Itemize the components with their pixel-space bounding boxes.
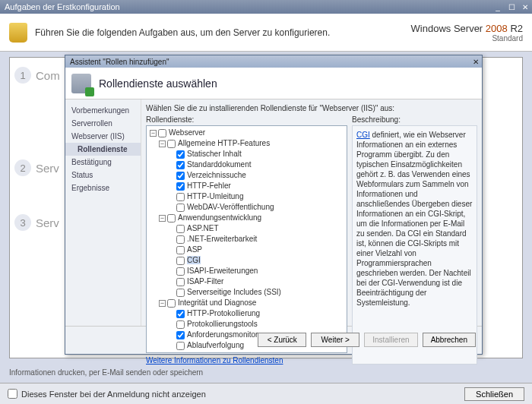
role-service-checkbox[interactable]: [167, 140, 176, 148]
role-service-checkbox[interactable]: [176, 172, 185, 180]
desc-body: definiert, wie ein Webserver Information…: [356, 131, 472, 307]
task1-label: Com: [36, 69, 60, 82]
role-service-checkbox[interactable]: [176, 289, 185, 297]
shield-icon: [9, 23, 27, 43]
tree-node[interactable]: ISAP-Filter: [148, 276, 345, 287]
close-icon[interactable]: ✕: [518, 0, 532, 14]
role-service-checkbox[interactable]: [176, 246, 185, 254]
tree-node-label: Protokollierungstools: [187, 320, 258, 328]
tree-node-label: Standarddokument: [187, 160, 252, 169]
wizard-titlebar: Assistent "Rollen hinzufügen" ✕: [65, 55, 482, 68]
close-button[interactable]: Schließen: [464, 387, 524, 401]
role-service-checkbox[interactable]: [167, 214, 176, 223]
tree-node[interactable]: ASP: [148, 245, 345, 255]
back-button[interactable]: < Zurück: [258, 333, 306, 347]
tree-node-label: WebDAV-Veröffentlichung: [187, 203, 274, 211]
minimize-icon[interactable]: _: [491, 0, 505, 14]
tree-node[interactable]: HTTP-Protokollierung: [148, 308, 345, 319]
tree-node-label: Anforderungsmonitor: [187, 330, 258, 339]
tree-node-label: HTTP-Fehler: [187, 181, 231, 190]
role-service-checkbox[interactable]: [176, 182, 185, 191]
task2-label: Serv: [36, 162, 59, 175]
role-service-checkbox[interactable]: [176, 225, 185, 233]
role-services-tree[interactable]: −Webserver−Allgemeine HTTP-FeaturesStati…: [146, 125, 347, 353]
wizard-header-title: Rollendienste auswählen: [99, 77, 217, 90]
tree-node[interactable]: Verzeichnissuche: [148, 170, 345, 181]
role-service-checkbox[interactable]: [176, 150, 185, 159]
role-service-checkbox[interactable]: [176, 161, 185, 169]
tree-node[interactable]: CGI: [148, 255, 345, 266]
tree-node[interactable]: HTTP-Umleitung: [148, 191, 345, 202]
tree-node-label: Webserver: [169, 128, 205, 137]
role-service-checkbox[interactable]: [176, 204, 185, 212]
tree-node[interactable]: ASP.NET: [148, 223, 345, 234]
role-service-checkbox[interactable]: [176, 235, 185, 244]
nav-webserver-iis[interactable]: Webserver (IIS): [65, 130, 141, 143]
tree-node[interactable]: ISAPI-Erweiterungen: [148, 266, 345, 276]
tree-node-label: Serverseitige Includes (SSI): [187, 288, 281, 296]
expand-collapse-icon[interactable]: −: [150, 130, 157, 137]
nav-role-services[interactable]: Rollendienste: [65, 143, 141, 156]
wizard-title: Assistent "Rollen hinzufügen": [70, 58, 169, 66]
tree-node[interactable]: −Webserver: [148, 128, 345, 138]
step-1-icon: 1: [14, 67, 31, 84]
nav-server-roles[interactable]: Serverrollen: [65, 117, 141, 130]
tree-node-label: CGI: [187, 256, 201, 264]
tree-node-label: ISAPI-Erweiterungen: [187, 267, 258, 275]
tree-node[interactable]: HTTP-Fehler: [148, 181, 345, 191]
tree-node-label: Verzeichnissuche: [187, 171, 246, 179]
role-service-checkbox[interactable]: [176, 267, 185, 276]
wizard-close-icon[interactable]: ✕: [470, 58, 482, 66]
dont-show-checkbox[interactable]: [8, 389, 17, 399]
role-service-checkbox[interactable]: [176, 331, 185, 339]
outer-titlebar: Aufgaben der Erstkonfiguration _ ☐ ✕: [0, 0, 532, 14]
tree-node-label: ASP.NET: [187, 224, 219, 232]
tree-node-label: ASP: [187, 245, 202, 254]
tree-label: Rollendienste:: [146, 115, 347, 124]
tree-node[interactable]: WebDAV-Veröffentlichung: [148, 202, 345, 213]
desc-label: Beschreibung:: [352, 115, 477, 124]
nav-progress[interactable]: Status: [65, 169, 141, 181]
role-service-checkbox[interactable]: [167, 299, 176, 308]
role-service-checkbox[interactable]: [176, 257, 185, 265]
tree-node[interactable]: .NET-Erweiterbarkeit: [148, 234, 345, 245]
tree-node[interactable]: Standarddokument: [148, 159, 345, 170]
tree-node[interactable]: −Allgemeine HTTP-Features: [148, 138, 345, 149]
outer-title: Aufgaben der Erstkonfiguration: [5, 2, 120, 11]
tree-node[interactable]: −Anwendungsentwicklung: [148, 213, 345, 223]
wizard-header: Rollendienste auswählen: [65, 68, 482, 99]
role-service-checkbox[interactable]: [176, 320, 185, 329]
tree-node[interactable]: Serverseitige Includes (SSI): [148, 287, 345, 298]
tree-node[interactable]: −Integrität und Diagnose: [148, 298, 345, 308]
tree-node[interactable]: Statischer Inhalt: [148, 149, 345, 159]
tree-node-label: Allgemeine HTTP-Features: [178, 139, 270, 147]
brand-year: 2008: [486, 23, 508, 34]
expand-collapse-icon[interactable]: −: [159, 215, 166, 222]
brand-rev: R2: [510, 23, 523, 34]
expand-collapse-icon[interactable]: −: [159, 300, 166, 307]
wizard-instruction: Wählen Sie die zu installierenden Rollen…: [146, 104, 477, 112]
role-service-checkbox[interactable]: [176, 193, 185, 201]
nav-confirmation[interactable]: Bestätigung: [65, 156, 141, 169]
tree-node[interactable]: Protokollierungstools: [148, 319, 345, 330]
role-service-checkbox[interactable]: [158, 129, 166, 137]
tree-node-label: ISAP-Filter: [187, 277, 223, 286]
more-info-link[interactable]: Weitere Informationen zu Rollendiensten: [146, 356, 347, 365]
cancel-button[interactable]: Abbrechen: [423, 333, 476, 347]
description-box: CGI definiert, wie ein Webserver Informa…: [352, 125, 477, 365]
expand-collapse-icon[interactable]: −: [159, 140, 166, 147]
role-service-checkbox[interactable]: [176, 342, 185, 350]
print-email-save-link[interactable]: Informationen drucken, per E-Mail senden…: [9, 368, 203, 377]
maximize-icon[interactable]: ☐: [505, 0, 518, 14]
desc-keyword-link[interactable]: CGI: [356, 131, 370, 139]
brand-edition: Standard: [411, 34, 523, 43]
task3-label: Serv: [36, 216, 59, 229]
tree-node-label: HTTP-Protokollierung: [187, 309, 260, 317]
role-service-checkbox[interactable]: [176, 310, 185, 318]
brand-name: Windows Server: [411, 23, 483, 34]
nav-before-you-begin[interactable]: Vorbemerkungen: [65, 104, 141, 117]
role-service-checkbox[interactable]: [176, 278, 185, 286]
nav-results[interactable]: Ergebnisse: [65, 181, 141, 194]
dont-show-label: Dieses Fenster bei der Anmeldung nicht a…: [21, 390, 206, 399]
next-button[interactable]: Weiter >: [311, 333, 359, 347]
